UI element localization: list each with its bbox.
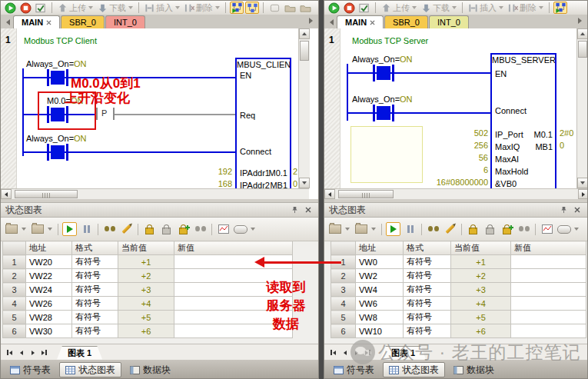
- view-status-chart[interactable]: 状态图表: [59, 362, 121, 377]
- scrollbar-thumb[interactable]: [338, 190, 394, 198]
- scroll-right-icon[interactable]: [582, 192, 585, 197]
- tab-int0[interactable]: INT_0: [105, 15, 145, 28]
- address-capsule-button[interactable]: [556, 222, 571, 236]
- horizontal-scrollbar[interactable]: [1, 188, 309, 199]
- tab-scroll-right-icon[interactable]: [305, 15, 316, 26]
- contact-always-on[interactable]: [47, 144, 68, 161]
- table-row[interactable]: 1VW20有符号+1: [3, 255, 293, 269]
- sheet-tab-chart1[interactable]: 图表 1: [57, 346, 102, 360]
- download-button[interactable]: 下载: [420, 2, 458, 14]
- start-monitor-button[interactable]: [62, 222, 77, 236]
- table-row[interactable]: 6VW10有符号+6: [331, 324, 586, 338]
- table-row[interactable]: 5VW8有符号+5: [331, 311, 586, 324]
- scrollbar-thumb[interactable]: [15, 190, 78, 198]
- force-all-button[interactable]: [500, 222, 514, 236]
- close-icon[interactable]: [572, 205, 583, 215]
- insert-button[interactable]: 插入: [143, 2, 181, 14]
- pin-icon[interactable]: [289, 205, 300, 215]
- read-force-button[interactable]: [517, 222, 531, 236]
- delete-row-button[interactable]: [30, 222, 45, 236]
- mbus-client-block[interactable]: MBUS_CLIENT EN Req Connect IPAddr1 IPAdd…: [235, 58, 291, 193]
- scroll-left-icon[interactable]: [5, 192, 8, 197]
- tab-int0[interactable]: INT_0: [429, 15, 469, 28]
- compile-button[interactable]: [357, 2, 371, 14]
- view-symbol-table[interactable]: 符号表: [328, 362, 380, 377]
- pin-icon[interactable]: [558, 205, 569, 215]
- close-icon[interactable]: [370, 20, 375, 25]
- view-status-chart[interactable]: 状态图表: [383, 362, 445, 377]
- delete-row-button[interactable]: [354, 222, 368, 236]
- download-button[interactable]: 下载: [96, 2, 135, 14]
- insert-row-button[interactable]: [4, 222, 18, 236]
- view-data-block[interactable]: 数据块: [125, 362, 176, 377]
- insert-row-button[interactable]: [327, 222, 342, 236]
- ladder-editor[interactable]: 1 Modbus TCP Client Always_On=ON M0.0=ON…: [1, 28, 318, 199]
- table-row[interactable]: 4VW6有符号+4: [331, 297, 586, 311]
- program-status-button[interactable]: [230, 2, 244, 14]
- tab-scroll-left-icon[interactable]: [2, 17, 13, 28]
- prev-sheet-button[interactable]: [16, 347, 26, 358]
- insert-button[interactable]: 插入: [467, 2, 505, 14]
- contact-always-on[interactable]: [373, 65, 394, 81]
- start-monitor-button[interactable]: [386, 222, 400, 236]
- stop-button[interactable]: [18, 2, 32, 14]
- bookmark-button[interactable]: [267, 2, 281, 14]
- table-row[interactable]: 2VW2有符号+2: [331, 269, 586, 283]
- force-all-button[interactable]: [176, 222, 191, 236]
- last-sheet-button[interactable]: [39, 347, 49, 358]
- tab-main[interactable]: MAIN: [337, 15, 384, 28]
- scrollbar-thumb[interactable]: [300, 41, 309, 61]
- next-sheet-button[interactable]: [28, 347, 38, 358]
- upload-button[interactable]: 上传: [380, 2, 418, 14]
- view-data-block[interactable]: 数据块: [448, 362, 500, 377]
- trend-view-button[interactable]: [540, 222, 554, 236]
- scrollbar-thumb[interactable]: [578, 41, 587, 58]
- tab-sbr0[interactable]: SBR_0: [61, 15, 105, 28]
- table-row[interactable]: 6VW30有符号+6: [3, 324, 293, 338]
- read-once-button[interactable]: [102, 222, 117, 236]
- edge-contact-label[interactable]: P: [101, 108, 107, 118]
- write-button[interactable]: [443, 222, 457, 236]
- table-row[interactable]: 4VW26有符号+4: [3, 297, 293, 311]
- mbus-server-block[interactable]: MBUS_SERVER EN Connect IP_Port MaxIQ Max…: [490, 53, 556, 190]
- prev-sheet-button[interactable]: [340, 347, 350, 358]
- delete-button[interactable]: 删除: [507, 2, 545, 14]
- close-icon[interactable]: [46, 20, 51, 25]
- scroll-left-icon[interactable]: [328, 192, 331, 197]
- unforce-button[interactable]: [159, 222, 174, 236]
- view-symbol-table[interactable]: 符号表: [5, 362, 56, 377]
- tab-main[interactable]: MAIN: [13, 15, 60, 28]
- read-force-button[interactable]: [193, 222, 208, 236]
- scroll-up-icon[interactable]: [580, 32, 585, 35]
- read-once-button[interactable]: [426, 222, 440, 236]
- compile-button[interactable]: [34, 2, 48, 14]
- vertical-scrollbar[interactable]: [298, 28, 310, 188]
- force-button[interactable]: [142, 222, 157, 236]
- tab-scroll-right-icon[interactable]: [574, 15, 585, 26]
- trend-view-button[interactable]: [216, 222, 231, 236]
- run-button[interactable]: [3, 2, 17, 14]
- program-status-button[interactable]: [553, 2, 567, 14]
- contact-always-on[interactable]: [373, 105, 394, 121]
- run-button[interactable]: [327, 2, 341, 14]
- first-sheet-button[interactable]: [5, 347, 15, 358]
- first-sheet-button[interactable]: [328, 347, 338, 358]
- tab-sbr0[interactable]: SBR_0: [384, 15, 428, 28]
- table-row[interactable]: 3VW24有符号+3: [3, 283, 293, 297]
- pause-monitor-button[interactable]: [403, 222, 417, 236]
- tab-scroll-left-icon[interactable]: [326, 17, 337, 28]
- address-capsule-button[interactable]: [233, 222, 247, 236]
- pause-monitor-button[interactable]: [79, 222, 94, 236]
- unforce-button[interactable]: [483, 222, 497, 236]
- chart-status-button[interactable]: [245, 2, 259, 14]
- force-button[interactable]: [466, 222, 480, 236]
- ladder-editor[interactable]: 1 Modbus TCP Server Always_On=ON Always_…: [324, 28, 587, 199]
- table-row[interactable]: 3VW4有符号+3: [331, 283, 586, 297]
- table-row[interactable]: 1VW0有符号+1: [331, 255, 586, 269]
- write-button[interactable]: [119, 222, 134, 236]
- horizontal-scrollbar[interactable]: [324, 188, 587, 199]
- contact-always-on[interactable]: [47, 69, 68, 86]
- scroll-down-icon[interactable]: [302, 181, 307, 185]
- upload-button[interactable]: 上传: [56, 2, 95, 14]
- vertical-scrollbar[interactable]: [576, 28, 587, 188]
